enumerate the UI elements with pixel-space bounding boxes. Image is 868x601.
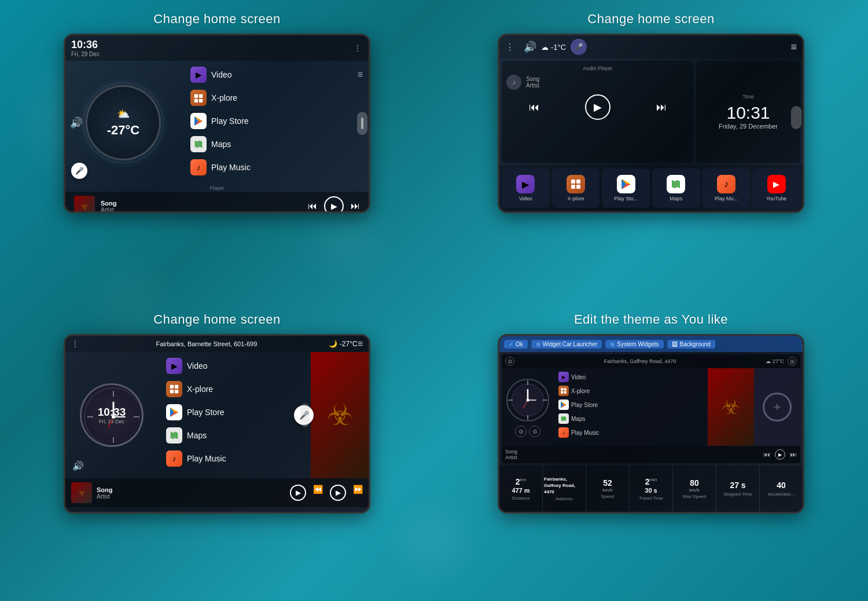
p1-hamburger-icon[interactable]: ≡ xyxy=(358,69,363,80)
p4-tab-system[interactable]: ⊕ System Widgets xyxy=(605,340,663,349)
stat-accel-value: 40 xyxy=(777,481,786,490)
svg-rect-0 xyxy=(194,94,198,98)
p3-artist-name: Artist xyxy=(97,493,113,500)
p3-xplore-icon xyxy=(166,381,182,397)
p1-prev-button[interactable]: ⏮ xyxy=(308,201,317,211)
p1-video-label: Video xyxy=(211,70,232,79)
p3-xplore-label: X-plore xyxy=(187,384,213,394)
p2-app-playstore[interactable]: Play Sto... xyxy=(602,168,650,208)
p2-weather: ☁ -1°C xyxy=(541,43,566,52)
p1-speaker-icon[interactable]: 🔊 xyxy=(70,116,83,129)
p1-next-button[interactable]: ⏭ xyxy=(351,201,360,211)
p4-xplore-icon xyxy=(558,386,569,396)
p2-play-button[interactable]: ▶ xyxy=(585,94,610,120)
p2-prev-button[interactable]: ⏮ xyxy=(529,101,539,113)
cell-3: Change home screen ⋮ Fairbanks, Barnette… xyxy=(0,300,434,601)
p4-album-panel: ☣ xyxy=(708,368,754,446)
p3-play2-button[interactable]: ▶ xyxy=(330,485,346,501)
p3-menu-icon[interactable]: ≡ xyxy=(358,339,363,349)
p1-list-header: ▶ Video ≡ xyxy=(187,64,363,85)
p1-play-button[interactable]: ▶ xyxy=(324,196,344,211)
p2-app-maps[interactable]: Maps xyxy=(652,168,700,208)
p4-maps-icon xyxy=(558,413,569,424)
p4-control-btn-1[interactable]: ⚙ xyxy=(515,426,527,437)
stat-accel-label: Acceleratio... xyxy=(768,492,795,497)
p3-speaker-icon[interactable]: 🔊 xyxy=(72,460,84,471)
p4-tab-background[interactable]: 🖼 Background xyxy=(667,340,715,349)
p4-tab-ok[interactable]: ✓ Ok xyxy=(504,340,528,349)
p2-xplore-icon xyxy=(567,175,585,193)
svg-rect-28 xyxy=(175,390,178,393)
p1-dots[interactable]: ⋮ xyxy=(354,43,363,53)
p4-control-btn-2[interactable]: ⚙ xyxy=(529,426,540,437)
p1-app-xplore[interactable]: X-plore xyxy=(187,87,363,108)
p3-maps-label: Maps xyxy=(187,431,207,440)
svg-rect-46 xyxy=(564,391,567,394)
phone-2: ⋮ 🔊 ☁ -1°C 🎤 ≡ Audio Player ♪ xyxy=(498,34,804,213)
p3-dots[interactable]: ⋮ xyxy=(71,339,80,349)
stat-address: Fairbanks, Gaffney Road, 4470 Address xyxy=(543,466,586,512)
p4-grid-button[interactable]: ⊞ xyxy=(788,357,797,366)
p1-mic-icon: 🎤 xyxy=(75,167,84,175)
p1-song-info: Song Artist xyxy=(101,200,302,212)
p4-gear-button[interactable]: ⚙ xyxy=(505,357,514,366)
p1-app-maps[interactable]: Maps xyxy=(187,134,363,155)
p2-youtube-play-icon: ▶ xyxy=(773,179,779,189)
p1-app-playstore[interactable]: Play Store xyxy=(187,111,363,131)
p3-play-button[interactable]: ▶ xyxy=(290,485,306,501)
p4-app-xplore[interactable]: X-plore xyxy=(556,384,705,397)
stat-maxspeed-label: Max Speed xyxy=(683,494,706,499)
phone-1: 10:36 Fri, 29 Dec ⋮ ⛅ -27°C xyxy=(64,34,370,213)
p4-inner-player-controls: ⏮ ▶ ⏭ xyxy=(763,449,797,460)
stat-speed-label: Speed xyxy=(601,494,614,499)
p2-audio-widget: Audio Player ♪ Song Artist ⏮ ▶ ⏭ xyxy=(502,61,694,163)
p4-app-playstore[interactable]: Play Store xyxy=(556,398,705,411)
p1-scroll-thumb xyxy=(361,118,363,129)
p2-scroll-handle[interactable] xyxy=(791,106,801,129)
p4-prev-button[interactable]: ⏮ xyxy=(763,450,770,459)
p1-app-playmusic[interactable]: ♪ Play Music xyxy=(187,157,363,178)
p2-app-youtube[interactable]: ▶ YouTube xyxy=(752,168,800,208)
stat-distance-value: 2km xyxy=(516,477,526,487)
p4-bg-label: Background xyxy=(680,341,711,347)
p1-scroll-handle[interactable] xyxy=(357,112,367,135)
p1-maps-label: Maps xyxy=(211,140,231,149)
p2-speaker-icon[interactable]: 🔊 xyxy=(524,41,536,53)
svg-rect-1 xyxy=(199,94,203,98)
p1-left: ⛅ -27°C 🎤 🔊 xyxy=(65,61,181,185)
p2-dots[interactable]: ⋮ xyxy=(505,42,514,53)
p2-app-video[interactable]: ▶ Video xyxy=(502,168,550,208)
p4-app-maps[interactable]: Maps xyxy=(556,412,705,425)
p4-next-button[interactable]: ⏭ xyxy=(790,450,797,459)
p4-plus-icon-1: ⊕ xyxy=(536,341,540,347)
p4-add-widget-button[interactable]: + xyxy=(763,393,792,422)
phone-2-screen: ⋮ 🔊 ☁ -1°C 🎤 ≡ Audio Player ♪ xyxy=(499,35,803,211)
p4-playstore-icon xyxy=(558,400,569,410)
p2-app-xplore[interactable]: X-plore xyxy=(552,168,600,208)
p4-system-label: System Widgets xyxy=(617,341,659,347)
p3-song-info: Song Artist xyxy=(97,486,113,500)
stat-distance-m: 477 m xyxy=(512,487,529,494)
p3-fast-forward-button[interactable]: ⏩ xyxy=(353,485,363,501)
p1-mic-button[interactable]: 🎤 xyxy=(71,163,87,179)
p4-app-panel: ▶ Video X-plore xyxy=(554,368,708,446)
p3-rewind-button[interactable]: ⏪ xyxy=(313,485,323,501)
p4-playmusic-icon: ♪ xyxy=(558,427,569,438)
p2-app-playmusic[interactable]: ♪ Play Mu... xyxy=(703,168,751,208)
stat-stopped-value: 27 s xyxy=(730,481,745,490)
p3-app-list: ▶ Video X-plore xyxy=(158,352,369,478)
p4-tab-widget[interactable]: ⊕ Widget Car Launcher xyxy=(531,340,602,349)
stat-speed-value: 52 xyxy=(603,478,612,488)
p4-tab-bar: ✓ Ok ⊕ Widget Car Launcher ⊕ System Widg… xyxy=(499,336,803,352)
p4-app-playmusic[interactable]: ♪ Play Music xyxy=(556,426,705,439)
p2-maps-icon xyxy=(667,175,685,193)
p4-app-video[interactable]: ▶ Video xyxy=(556,371,705,383)
p2-next-button[interactable]: ⏭ xyxy=(656,101,667,113)
p2-menu-icon[interactable]: ≡ xyxy=(790,41,797,53)
p1-app-video[interactable]: ▶ Video xyxy=(187,64,236,85)
p2-mic-button[interactable]: 🎤 xyxy=(571,39,587,55)
p4-play-button[interactable]: ▶ xyxy=(775,449,785,460)
p2-time-widget: Time 10:31 Friday, 29 December xyxy=(696,61,800,163)
p3-scroll-handle[interactable] xyxy=(300,404,310,427)
p1-biohazard-icon: ☣ xyxy=(80,201,89,212)
